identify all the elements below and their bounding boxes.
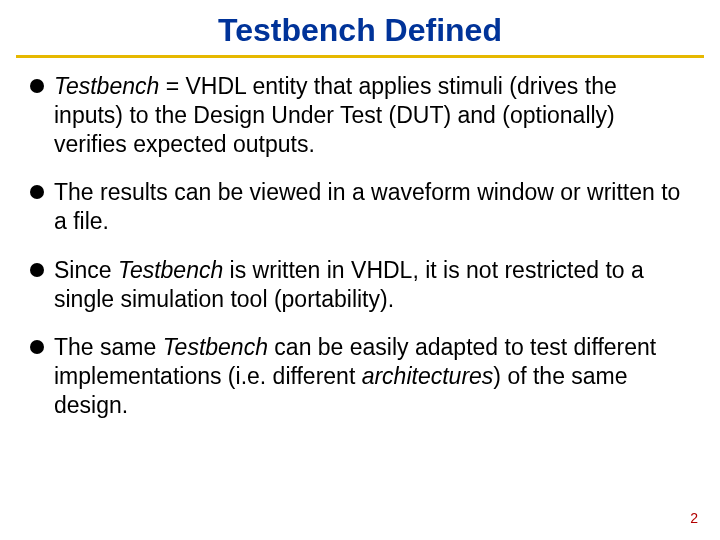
term-testbench: Testbench [163,334,268,360]
list-item: The same Testbench can be easily adapted… [30,333,690,419]
title-underline [16,55,704,58]
slide-title: Testbench Defined [0,12,720,55]
results-text: The results can be viewed in a waveform … [54,179,680,234]
bullet-icon [30,263,44,277]
bullet-icon [30,185,44,199]
term-testbench: Testbench [118,257,223,283]
term-testbench: Testbench [54,73,159,99]
term-architectures: architectures [362,363,494,389]
bullet-icon [30,340,44,354]
page-number: 2 [690,510,698,526]
bullet-text: The results can be viewed in a waveform … [54,178,690,236]
content-area: Testbench = VHDL entity that applies sti… [0,72,720,420]
bullet-text: The same Testbench can be easily adapted… [54,333,690,419]
equals: = [159,73,185,99]
bullet-text: Testbench = VHDL entity that applies sti… [54,72,690,158]
bullet-icon [30,79,44,93]
list-item: Testbench = VHDL entity that applies sti… [30,72,690,158]
pre-text: The same [54,334,163,360]
list-item: The results can be viewed in a waveform … [30,178,690,236]
bullet-text: Since Testbench is written in VHDL, it i… [54,256,690,314]
slide: Testbench Defined Testbench = VHDL entit… [0,0,720,540]
list-item: Since Testbench is written in VHDL, it i… [30,256,690,314]
pre-text: Since [54,257,118,283]
